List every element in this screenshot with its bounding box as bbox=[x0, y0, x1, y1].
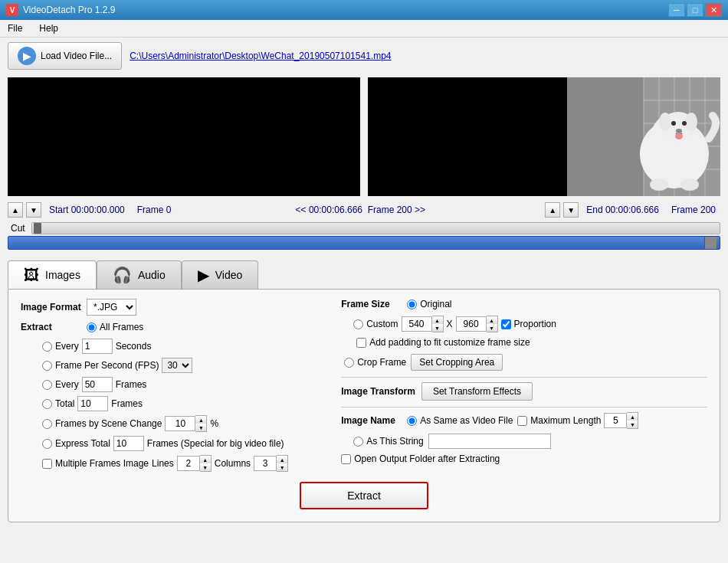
end-down-btn[interactable]: ▼ bbox=[563, 202, 579, 218]
open-folder-row: Open Output Folder after Extracting bbox=[341, 453, 707, 464]
scene-input[interactable] bbox=[165, 416, 195, 431]
transform-row: Image Transform Set Transform Effects bbox=[341, 382, 707, 401]
audio-tab-icon: 🎧 bbox=[113, 266, 132, 284]
crop-radio[interactable] bbox=[344, 358, 354, 368]
maximize-button[interactable]: □ bbox=[687, 3, 703, 17]
original-radio[interactable] bbox=[407, 300, 417, 309]
custom-label[interactable]: Custom bbox=[353, 319, 398, 329]
file-path[interactable]: C:\Users\Administrator\Desktop\WeChat_20… bbox=[130, 51, 391, 61]
start-down-btn[interactable]: ▼ bbox=[26, 202, 41, 218]
fps-select[interactable]: 30 24 60 bbox=[162, 358, 192, 373]
extract-button[interactable]: Extract bbox=[300, 482, 428, 509]
main-panel: Image Format *.JPG *.PNG *.BMP Extract A… bbox=[8, 289, 720, 522]
every-frames-input[interactable] bbox=[82, 377, 113, 392]
width-down[interactable]: ▼ bbox=[432, 324, 443, 332]
set-transform-btn[interactable]: Set Transform Effects bbox=[421, 382, 533, 401]
as-string-label[interactable]: As This String bbox=[353, 436, 423, 447]
lines-up[interactable]: ▲ bbox=[200, 456, 211, 463]
custom-radio[interactable] bbox=[353, 319, 363, 329]
width-input[interactable] bbox=[402, 316, 432, 332]
multi-label: Multiple Frames Image bbox=[55, 458, 149, 469]
as-video-label[interactable]: As Same as Video File bbox=[407, 415, 513, 426]
transform-label: Image Transform bbox=[341, 386, 415, 397]
width-spinbtns: ▲ ▼ bbox=[432, 316, 444, 332]
tab-video[interactable]: ▶ Video bbox=[182, 260, 259, 289]
frame-size-row: Frame Size Original bbox=[341, 299, 707, 309]
video-tab-icon: ▶ bbox=[198, 266, 209, 284]
every-seconds-row: Every Seconds bbox=[42, 339, 326, 354]
crop-label[interactable]: Crop Frame bbox=[344, 357, 406, 368]
svg-point-21 bbox=[680, 178, 699, 191]
every-frames-radio[interactable] bbox=[42, 380, 52, 390]
columns-up[interactable]: ▲ bbox=[277, 456, 287, 463]
start-up-btn[interactable]: ▲ bbox=[8, 202, 23, 218]
video-area bbox=[0, 74, 728, 199]
express-radio[interactable] bbox=[42, 439, 52, 449]
express-label: Express Total bbox=[55, 438, 110, 449]
string-input[interactable] bbox=[428, 434, 551, 449]
height-up[interactable]: ▲ bbox=[487, 316, 497, 324]
menu-file[interactable]: File bbox=[3, 21, 27, 35]
fps-radio[interactable] bbox=[42, 361, 52, 371]
close-button[interactable]: ✕ bbox=[705, 3, 722, 17]
format-label: Image Format bbox=[21, 302, 82, 313]
lines-down[interactable]: ▼ bbox=[200, 463, 211, 471]
columns-down[interactable]: ▼ bbox=[277, 463, 287, 471]
multi-frames-check[interactable] bbox=[42, 459, 52, 469]
lines-label: Lines bbox=[152, 458, 174, 469]
original-label[interactable]: Original bbox=[407, 299, 451, 309]
express-input[interactable] bbox=[113, 436, 144, 451]
end-up-btn[interactable]: ▲ bbox=[545, 202, 560, 218]
height-input[interactable] bbox=[456, 316, 487, 332]
express-row: Express Total Frames (Special for big vi… bbox=[42, 436, 326, 451]
timeline-progress[interactable] bbox=[8, 236, 720, 250]
total-radio[interactable] bbox=[42, 399, 52, 409]
frame-size-label: Frame Size bbox=[341, 299, 402, 309]
every-seconds-input[interactable] bbox=[82, 339, 113, 354]
format-select[interactable]: *.JPG *.PNG *.BMP bbox=[87, 299, 136, 316]
open-folder-check[interactable] bbox=[341, 454, 351, 464]
width-up[interactable]: ▲ bbox=[432, 316, 443, 324]
columns-input[interactable] bbox=[254, 456, 277, 471]
video-panel-right bbox=[368, 77, 720, 196]
cut-thumb[interactable] bbox=[34, 223, 41, 234]
every-seconds-radio[interactable] bbox=[42, 342, 52, 352]
padding-check[interactable] bbox=[356, 338, 366, 348]
total-row: Total Frames bbox=[42, 396, 326, 411]
title-buttons[interactable]: ─ □ ✕ bbox=[668, 3, 722, 17]
max-input[interactable] bbox=[604, 413, 627, 428]
minimize-button[interactable]: ─ bbox=[668, 3, 685, 17]
video-panel-left bbox=[8, 77, 360, 196]
all-frames-label[interactable]: All Frames bbox=[87, 322, 143, 332]
menu-help[interactable]: Help bbox=[34, 21, 63, 35]
as-string-radio[interactable] bbox=[353, 437, 363, 447]
timeline-handle[interactable] bbox=[704, 237, 717, 249]
cut-slider[interactable] bbox=[31, 222, 720, 234]
max-length-check[interactable] bbox=[517, 416, 527, 426]
as-video-radio[interactable] bbox=[407, 416, 417, 426]
lines-input[interactable] bbox=[177, 456, 200, 471]
total-input[interactable] bbox=[77, 396, 108, 411]
svg-point-18 bbox=[676, 129, 682, 133]
scene-spin: ▲ ▼ bbox=[165, 415, 207, 432]
max-down[interactable]: ▼ bbox=[627, 421, 638, 428]
set-cropping-btn[interactable]: Set Cropping Area bbox=[411, 354, 503, 371]
scene-row: Frames by Scene Change ▲ ▼ % bbox=[42, 415, 326, 432]
total-label: Total bbox=[55, 398, 74, 409]
cut-row: Cut bbox=[8, 222, 720, 234]
height-down[interactable]: ▼ bbox=[487, 324, 497, 332]
proportion-check[interactable] bbox=[501, 319, 511, 329]
scene-pct: % bbox=[210, 418, 218, 429]
as-string-row: As This String bbox=[353, 434, 707, 449]
load-video-button[interactable]: ▶ Load Video File... bbox=[8, 42, 122, 70]
tab-images[interactable]: 🖼 Images bbox=[8, 260, 97, 289]
format-row: Image Format *.JPG *.PNG *.BMP bbox=[21, 299, 326, 316]
timeline-section: Cut bbox=[0, 221, 728, 254]
tab-audio[interactable]: 🎧 Audio bbox=[97, 260, 182, 289]
all-frames-radio[interactable] bbox=[87, 322, 97, 332]
scene-down[interactable]: ▼ bbox=[195, 424, 206, 431]
scene-up[interactable]: ▲ bbox=[195, 416, 206, 424]
max-up[interactable]: ▲ bbox=[627, 413, 638, 421]
max-spin: ▲ ▼ bbox=[604, 412, 638, 429]
scene-radio[interactable] bbox=[42, 419, 52, 429]
